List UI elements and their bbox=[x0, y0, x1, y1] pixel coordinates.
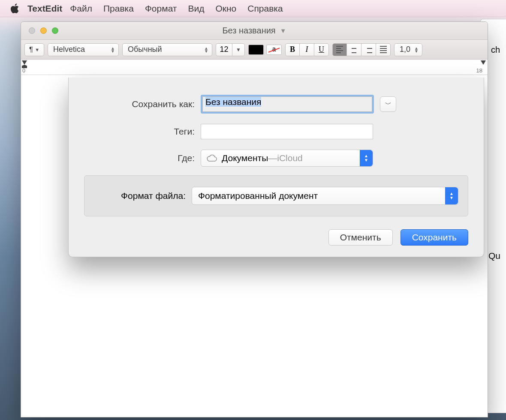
align-center-button[interactable] bbox=[347, 43, 361, 56]
text-color-swatch[interactable] bbox=[248, 45, 264, 55]
file-format-box: Формат файла: Форматированный документ ▲… bbox=[84, 175, 468, 216]
where-label: Где: bbox=[84, 153, 201, 163]
chevron-down-icon: ▼ bbox=[35, 47, 39, 52]
titlebar: Без названия ▼ bbox=[21, 22, 488, 40]
updown-icon bbox=[111, 47, 115, 53]
line-spacing-value: 1,0 bbox=[400, 45, 410, 54]
icloud-icon bbox=[206, 154, 217, 162]
apple-menu-icon[interactable] bbox=[9, 3, 21, 15]
textedit-window: Без названия ▼ ¶ ▼ Helvetica Обычный 12 … bbox=[21, 21, 488, 417]
filename-focus-ring: Без названия bbox=[201, 95, 374, 114]
where-folder: Документы bbox=[222, 153, 268, 163]
font-style-value: Обычный bbox=[128, 45, 162, 54]
font-size-control: 12 ▼ bbox=[216, 43, 245, 56]
file-format-label: Формат файла: bbox=[94, 191, 192, 201]
paragraph-style-button[interactable]: ¶ ▼ bbox=[24, 43, 44, 56]
filename-value: Без названия bbox=[205, 97, 261, 107]
where-stepper-icon: ▲▼ bbox=[360, 150, 373, 166]
font-size-stepper[interactable]: ▼ bbox=[232, 43, 245, 56]
app-name[interactable]: TextEdit bbox=[27, 3, 62, 14]
first-line-indent-marker[interactable] bbox=[22, 60, 27, 65]
font-family-value: Helvetica bbox=[53, 45, 85, 54]
menu-help[interactable]: Справка bbox=[247, 3, 283, 14]
italic-button[interactable]: I bbox=[300, 43, 314, 56]
underline-button[interactable]: U bbox=[314, 43, 329, 56]
bold-button[interactable]: B bbox=[285, 43, 300, 56]
menu-file[interactable]: Файл bbox=[70, 3, 92, 14]
save-as-label: Сохранить как: bbox=[84, 99, 201, 109]
cancel-button[interactable]: Отменить bbox=[328, 229, 393, 246]
align-right-button[interactable] bbox=[361, 43, 376, 56]
background-text-2: Qu bbox=[488, 251, 500, 261]
expand-save-panel-button[interactable]: ﹀ bbox=[380, 96, 396, 112]
chevron-down-icon: ﹀ bbox=[385, 100, 392, 108]
line-spacing-select[interactable]: 1,0 bbox=[394, 43, 422, 56]
menubar: TextEdit Файл Правка Формат Вид Окно Спр… bbox=[0, 0, 506, 17]
menu-edit[interactable]: Правка bbox=[103, 3, 134, 14]
swatch-letter: a bbox=[267, 45, 281, 53]
background-text-1: ch bbox=[491, 45, 500, 55]
align-left-button[interactable] bbox=[332, 43, 347, 56]
tags-field[interactable] bbox=[201, 124, 373, 139]
save-sheet: Сохранить как: Без названия ﹀ Теги: Где:… bbox=[68, 78, 484, 257]
where-separator: — bbox=[268, 153, 277, 163]
ruler-tick-start: 0 bbox=[22, 67, 25, 74]
filename-field[interactable]: Без названия bbox=[202, 96, 372, 112]
save-button[interactable]: Сохранить bbox=[401, 229, 468, 246]
right-indent-marker[interactable] bbox=[481, 60, 486, 65]
window-title[interactable]: Без названия ▼ bbox=[21, 26, 488, 36]
ruler[interactable]: 0 18 bbox=[21, 60, 488, 75]
highlight-color-swatch[interactable]: a bbox=[266, 45, 282, 55]
menu-window[interactable]: Окно bbox=[215, 3, 236, 14]
dialog-actions: Отменить Сохранить bbox=[84, 229, 468, 246]
font-family-select[interactable]: Helvetica bbox=[48, 43, 119, 56]
text-style-segment: B I U bbox=[285, 43, 329, 56]
font-size-field[interactable]: 12 bbox=[216, 43, 232, 56]
file-format-value: Форматированный документ bbox=[198, 191, 318, 201]
ruler-tick-end: 18 bbox=[476, 67, 482, 74]
pilcrow-icon: ¶ bbox=[29, 45, 33, 54]
align-justify-button[interactable] bbox=[376, 43, 391, 56]
where-location-select[interactable]: Документы — iCloud ▲▼ bbox=[201, 150, 373, 167]
format-stepper-icon: ▲▼ bbox=[445, 187, 458, 204]
updown-icon bbox=[204, 47, 208, 53]
file-format-select[interactable]: Форматированный документ ▲▼ bbox=[192, 187, 458, 205]
updown-icon bbox=[414, 47, 419, 53]
title-chevron-icon: ▼ bbox=[280, 27, 286, 34]
where-service: iCloud bbox=[277, 153, 303, 163]
window-title-text: Без названия bbox=[222, 26, 275, 36]
toolbar: ¶ ▼ Helvetica Обычный 12 ▼ a B I U bbox=[21, 40, 488, 60]
menu-view[interactable]: Вид bbox=[188, 3, 204, 14]
alignment-segment bbox=[332, 43, 391, 56]
menu-format[interactable]: Формат bbox=[145, 3, 177, 14]
font-style-select[interactable]: Обычный bbox=[122, 43, 212, 56]
tags-label: Теги: bbox=[84, 126, 201, 137]
